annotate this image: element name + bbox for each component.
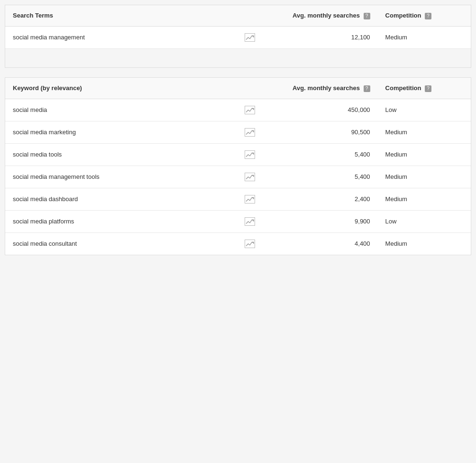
keyword-cell: social media <box>5 99 238 121</box>
keyword-cell: social media management tools <box>5 166 238 188</box>
trend-cell <box>238 210 261 232</box>
table-row: social media management 12,100 Medium <box>5 26 471 48</box>
searches-cell: 4,400 <box>261 232 378 255</box>
avg-searches-help-icon-1[interactable]: ? <box>364 13 370 19</box>
trend-cell <box>238 166 261 188</box>
keyword-cell: social media management <box>5 26 238 48</box>
competition-cell: Low <box>378 99 471 121</box>
table-row: social media dashboard 2,400 Medium <box>5 188 471 210</box>
trend-chart-icon <box>245 240 255 248</box>
searches-cell: 450,000 <box>261 99 378 121</box>
competition-cell: Medium <box>378 232 471 255</box>
searches-cell: 9,900 <box>261 210 378 232</box>
competition-cell: Medium <box>378 166 471 188</box>
keyword-cell: social media marketing <box>5 121 238 143</box>
trend-cell <box>238 232 261 255</box>
trend-chart-icon <box>245 128 255 137</box>
table-row: social media tools 5,400 Medium <box>5 143 471 166</box>
keyword-relevance-table: Keyword (by relevance) Avg. monthly sear… <box>5 77 471 255</box>
trend-chart-icon <box>245 106 255 114</box>
keyword-cell: social media tools <box>5 143 238 166</box>
trend-chart-icon <box>245 217 255 226</box>
competition-cell: Medium <box>378 121 471 143</box>
search-terms-table: Search Terms Avg. monthly searches ? Com… <box>5 5 471 68</box>
trend-chart-icon <box>245 33 255 42</box>
keyword-cell: social media dashboard <box>5 188 238 210</box>
trend-chart-icon <box>245 173 255 181</box>
col-search-terms-header: Search Terms <box>5 5 238 26</box>
trend-cell <box>238 143 261 166</box>
competition-cell: Low <box>378 210 471 232</box>
searches-cell: 12,100 <box>261 26 378 48</box>
col-avg-searches-header-2: Avg. monthly searches ? <box>261 78 378 99</box>
searches-cell: 5,400 <box>261 166 378 188</box>
table-row: social media consultant 4,400 Medium <box>5 232 471 255</box>
keyword-cell: social media platforms <box>5 210 238 232</box>
spacer-row <box>5 48 471 67</box>
col-avg-searches-header-1: Avg. monthly searches ? <box>261 5 378 26</box>
trend-chart-icon <box>245 150 255 159</box>
col-keyword-header: Keyword (by relevance) <box>5 78 238 99</box>
table-row: social media marketing 90,500 Medium <box>5 121 471 143</box>
trend-cell <box>238 188 261 210</box>
searches-cell: 2,400 <box>261 188 378 210</box>
competition-cell: Medium <box>378 143 471 166</box>
trend-cell <box>238 99 261 121</box>
trend-chart-icon <box>245 195 255 204</box>
competition-help-icon-1[interactable]: ? <box>425 13 431 19</box>
col-competition-header-2: Competition ? <box>378 78 471 99</box>
avg-searches-help-icon-2[interactable]: ? <box>364 85 370 92</box>
trend-cell <box>238 121 261 143</box>
competition-cell: Medium <box>378 188 471 210</box>
trend-cell <box>238 26 261 48</box>
competition-help-icon-2[interactable]: ? <box>425 85 431 92</box>
table-row: social media management tools 5,400 Medi… <box>5 166 471 188</box>
competition-cell: Medium <box>378 26 471 48</box>
keyword-cell: social media consultant <box>5 232 238 255</box>
col-competition-header-1: Competition ? <box>378 5 471 26</box>
table-row: social media platforms 9,900 Low <box>5 210 471 232</box>
searches-cell: 5,400 <box>261 143 378 166</box>
table-row: social media 450,000 Low <box>5 99 471 121</box>
searches-cell: 90,500 <box>261 121 378 143</box>
